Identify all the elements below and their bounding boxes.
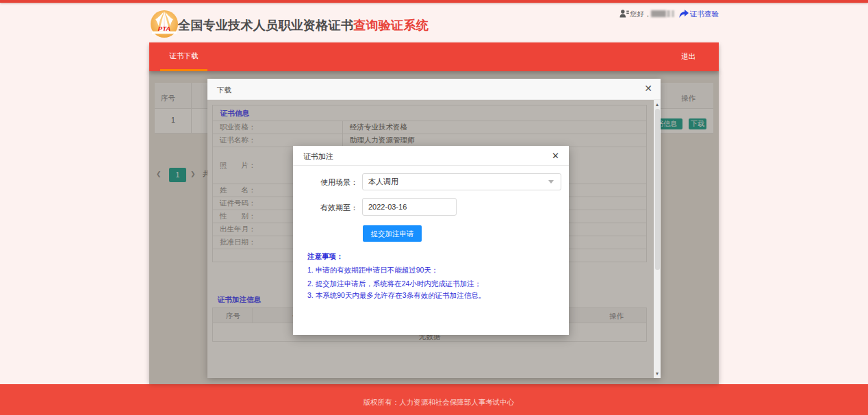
svg-text:PTA: PTA: [158, 25, 170, 32]
